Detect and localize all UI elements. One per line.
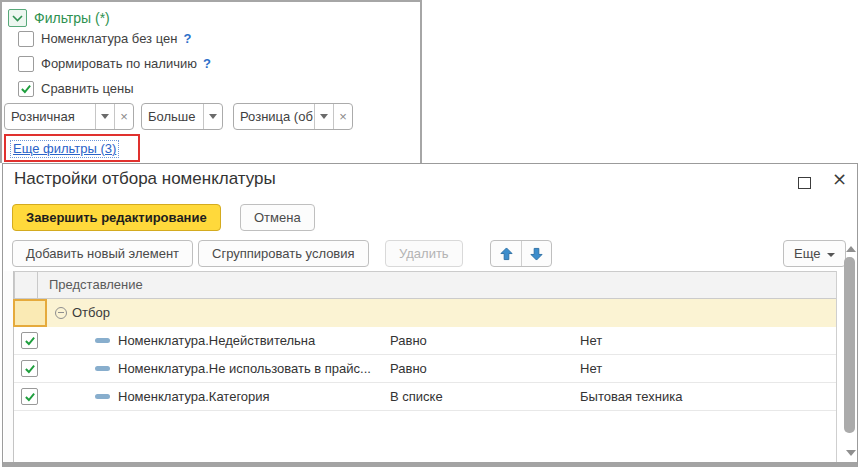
- filters-panel: Фильтры (*) Номенклатура без цен ? Форми…: [0, 0, 422, 163]
- move-buttons: [490, 240, 552, 267]
- combo-value[interactable]: Розничная: [5, 104, 95, 129]
- price-type-combo[interactable]: Розничная ×: [4, 103, 134, 130]
- group-label: Отбор: [72, 299, 110, 327]
- vertical-scrollbar[interactable]: [842, 242, 858, 460]
- help-icon[interactable]: ?: [183, 31, 191, 46]
- filter-item-icon: [95, 394, 110, 399]
- filter-field[interactable]: Номенклатура.Недействительна: [118, 327, 315, 354]
- scrollbar-thumb[interactable]: [844, 257, 855, 433]
- table-header: Представление: [4, 271, 836, 299]
- combo-value[interactable]: Розница (об: [234, 104, 314, 129]
- checkbox-row-by-availability[interactable]: Формировать по наличию ?: [18, 55, 211, 72]
- filter-value[interactable]: Нет: [580, 355, 602, 382]
- more-button[interactable]: Еще: [783, 240, 846, 267]
- chevron-down-icon[interactable]: [8, 9, 27, 27]
- comparison-combo[interactable]: Больше: [141, 103, 223, 130]
- filters-title: Фильтры (*): [34, 10, 110, 26]
- table-right-border: [836, 271, 837, 462]
- delete-button[interactable]: Удалить: [385, 240, 463, 267]
- selection-settings-dialog: Настройки отбора номенклатуры × Завершит…: [2, 163, 858, 467]
- screen: Фильтры (*) Номенклатура без цен ? Форми…: [0, 0, 860, 470]
- finish-editing-button[interactable]: Завершить редактирование: [12, 204, 221, 231]
- checkbox-checked-icon[interactable]: [18, 81, 34, 97]
- checkbox-label: Сравнить цены: [41, 81, 134, 96]
- filter-item-icon: [95, 338, 110, 343]
- filter-field[interactable]: Номенклатура.Не использовать в прайс...: [118, 355, 371, 382]
- column-divider: [37, 272, 38, 299]
- filter-row[interactable]: Номенклатура.Недействительна Равно Нет: [14, 327, 836, 355]
- checkbox-checked-icon[interactable]: [21, 388, 38, 405]
- dropdown-arrow-icon[interactable]: [95, 104, 114, 129]
- filter-row[interactable]: Номенклатура.Категория В списке Бытовая …: [14, 383, 836, 411]
- checkbox-label: Формировать по наличию: [41, 56, 197, 71]
- filter-value[interactable]: Нет: [580, 327, 602, 354]
- more-button-label: Еще: [794, 246, 820, 261]
- chevron-down-icon: [827, 253, 835, 257]
- help-icon[interactable]: ?: [203, 56, 211, 71]
- more-filters-link[interactable]: Еще фильтры (3): [10, 140, 119, 158]
- checkbox-icon[interactable]: [18, 56, 34, 72]
- dropdown-arrow-icon[interactable]: [314, 104, 333, 129]
- scroll-down-icon[interactable]: [846, 450, 856, 456]
- close-icon[interactable]: ×: [832, 168, 847, 189]
- add-element-button[interactable]: Добавить новый элемент: [12, 240, 193, 267]
- scroll-up-icon[interactable]: [846, 246, 856, 252]
- move-down-button[interactable]: [521, 241, 551, 266]
- combo-value[interactable]: Больше: [142, 104, 203, 129]
- column-divider: [14, 272, 15, 299]
- filter-value[interactable]: Бытовая техника: [580, 383, 682, 410]
- clear-icon[interactable]: ×: [333, 104, 352, 129]
- filter-condition[interactable]: Равно: [390, 327, 427, 354]
- checkbox-checked-icon[interactable]: [21, 360, 38, 377]
- checkbox-row-no-prices[interactable]: Номенклатура без цен ?: [18, 30, 191, 47]
- move-up-button[interactable]: [491, 241, 521, 266]
- clear-icon[interactable]: ×: [114, 104, 133, 129]
- checkbox-label: Номенклатура без цен: [41, 31, 177, 46]
- second-price-type-combo[interactable]: Розница (об ×: [233, 103, 353, 130]
- group-conditions-button[interactable]: Сгруппировать условия: [198, 240, 369, 267]
- column-header-representation: Представление: [49, 272, 143, 298]
- filters-group-header[interactable]: Фильтры (*): [8, 8, 110, 28]
- dialog-title: Настройки отбора номенклатуры: [14, 169, 276, 189]
- checkbox-row-compare-prices[interactable]: Сравнить цены: [18, 80, 134, 97]
- restore-icon[interactable]: [798, 177, 811, 189]
- filter-row[interactable]: Номенклатура.Не использовать в прайс... …: [14, 355, 836, 383]
- collapse-minus-icon[interactable]: [55, 307, 67, 319]
- up-arrow-icon: [500, 247, 513, 261]
- checkbox-checked-icon[interactable]: [21, 332, 38, 349]
- filter-item-icon: [95, 366, 110, 371]
- dropdown-arrow-icon[interactable]: [203, 104, 222, 129]
- cancel-button[interactable]: Отмена: [240, 204, 315, 231]
- filter-field[interactable]: Номенклатура.Категория: [118, 383, 270, 410]
- filter-group-row[interactable]: Отбор: [14, 299, 836, 327]
- checkbox-icon[interactable]: [18, 31, 34, 47]
- down-arrow-icon: [530, 247, 543, 261]
- selected-cell[interactable]: [13, 299, 47, 327]
- filter-condition[interactable]: В списке: [390, 383, 443, 410]
- filter-condition[interactable]: Равно: [390, 355, 427, 382]
